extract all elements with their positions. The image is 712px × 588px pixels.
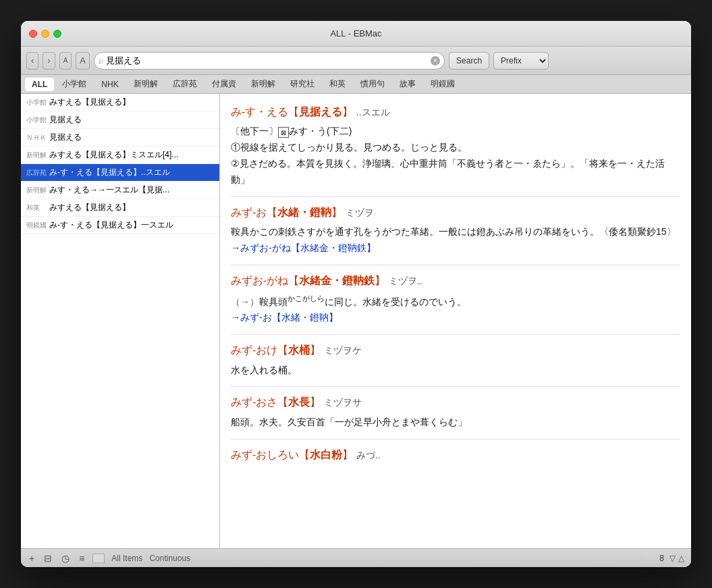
tab-attached[interactable]: 付属資 (205, 76, 243, 92)
toolbar: ‹ › A A ⌕ × Search Prefix Exact Suffix C… (21, 47, 691, 75)
nav-arrows: ▽ △ (669, 554, 684, 563)
nav-up-button[interactable]: △ (678, 554, 684, 563)
entry-title-highlight: 見据える (299, 106, 342, 117)
entry-2: みず-お【水緒・鐙靹】 ミヅヲ 鞍具かこの刺鉄さすがを通す孔をうがつた革緒。一般… (231, 200, 680, 265)
titlebar: ALL - EBMac (21, 21, 691, 47)
entry-body: 水を入れる桶。 (231, 363, 680, 379)
dictionary-content[interactable]: み-す・える【見据える】 ..スエル 〔他下一〕⊠みす・う(下二) ①視線を据え… (220, 94, 691, 548)
entry-title: みず-おけ【水桶】 ミヅヲケ (231, 343, 680, 358)
tab-kenkyusha[interactable]: 研究社 (283, 76, 321, 92)
entry-link[interactable]: →みずお-がね【水緒金・鐙靹鉄】 (231, 242, 376, 253)
list-item[interactable]: 小学館 みすえる【見据える】 (21, 94, 219, 111)
item-text: 見据える (49, 114, 214, 126)
search-button[interactable]: Search (449, 52, 489, 70)
item-text: みす・える→→一スエル【見据... (49, 184, 214, 196)
entry-title: みず-お【水緒・鐙靹】 ミヅヲ (231, 205, 680, 220)
item-source: ＮＨＫ (26, 133, 47, 142)
tab-waei[interactable]: 和英 (323, 76, 352, 92)
item-text: 見据える (49, 132, 214, 143)
item-source: 和英 (26, 203, 47, 213)
main-content: 小学館 みすえる【見据える】 小学館 見据える ＮＨＫ 見据える 新明解 みすえ… (21, 94, 691, 548)
search-mode-select[interactable]: Prefix Exact Suffix Contains (493, 52, 549, 70)
item-text: みすえる【見据える】 (49, 202, 214, 213)
entry-title-highlight: 水緒・鐙靹 (277, 207, 331, 218)
item-source: 新明解 (26, 151, 47, 160)
entry-reading: ミヅヲサ (324, 397, 362, 408)
entry-5: みず-おさ【水長】 ミヅヲサ 船頭。水夫。久安百首「一が足早小舟とまや葺くらむ」 (231, 390, 680, 439)
list-button[interactable]: ≡ (78, 552, 86, 565)
item-source: 広辞苑 (26, 168, 47, 178)
tab-kanyouku[interactable]: 慣用句 (354, 76, 391, 92)
item-text: みすえる【見据える】ミスエル[4]... (49, 149, 214, 161)
entry-title-highlight: 水白粉 (310, 449, 342, 460)
entry-title: みず-おさ【水長】 ミヅヲサ (231, 395, 680, 410)
tab-koji[interactable]: 故事 (393, 76, 422, 92)
entry-6: みず-おしろい【水白粉】 みづ.. (231, 442, 680, 475)
entry-reading: ミヅヲ.. (389, 275, 422, 286)
entry-body: 船頭。水夫。久安百首「一が足早小舟とまや葺くらむ」 (231, 415, 680, 431)
entry-link[interactable]: →みず-お【水緒・鐙靹】 (231, 312, 338, 323)
list-item[interactable]: 明鏡國 み-す・える【見据える】一スエル (21, 217, 219, 234)
list-item-selected[interactable]: 広辞苑 み-す・える【見据える】..スエル (21, 164, 219, 182)
tab-shinmeikai[interactable]: 新明解 (127, 76, 165, 92)
search-input[interactable] (106, 55, 431, 65)
app-window: ALL - EBMac ‹ › A A ⌕ × Search Prefix Ex… (21, 21, 691, 567)
entry-body: （→）鞍具頭かこがしらに同じ。水緒を受けるのでいう。 →みず-お【水緒・鐙靹】 (231, 292, 680, 326)
entry-1: み-す・える【見据える】 ..スエル 〔他下一〕⊠みす・う(下二) ①視線を据え… (231, 99, 680, 197)
entry-title-highlight: 水緒金・鐙靹鉄 (299, 275, 375, 286)
maximize-button[interactable] (53, 30, 61, 38)
traffic-lights (29, 30, 61, 38)
statusbar: + ⊟ ◷ ≡ All Items Continuous 8 ▽ △ (21, 548, 691, 567)
statusbar-right: 8 ▽ △ (659, 554, 684, 563)
list-item[interactable]: 新明解 みすえる【見据える】ミスエル[4]... (21, 146, 219, 164)
entry-4: みず-おけ【水桶】 ミヅヲケ 水を入れる桶。 (231, 338, 680, 387)
tab-shinmeikai2[interactable]: 新明解 (244, 76, 282, 92)
item-source: 小学館 (26, 98, 47, 107)
list-item[interactable]: 小学館 見据える (21, 111, 219, 129)
entry-3: みずお-がね【水緒金・鐙靹鉄】 ミヅヲ.. （→）鞍具頭かこがしらに同じ。水緒を… (231, 268, 680, 336)
close-button[interactable] (29, 30, 37, 38)
entry-body: 鞍具かこの刺鉄さすがを通す孔をうがつた革緒。一般には鐙あぶみ吊りの革緒をいう。〈… (231, 224, 680, 257)
item-text: み-す・える【見据える】一スエル (49, 219, 214, 231)
list-item[interactable]: 和英 みすえる【見据える】 (21, 199, 219, 217)
list-item[interactable]: ＮＨＫ 見据える (21, 129, 219, 146)
entry-title-highlight: 水長 (288, 396, 310, 408)
window-title: ALL - EBMac (330, 28, 381, 38)
list-item[interactable]: 新明解 みす・える→→一スエル【見据... (21, 182, 219, 199)
search-box: ⌕ × (94, 52, 445, 70)
entry-reading: ミヅヲ (346, 207, 374, 218)
tab-kojien[interactable]: 広辞苑 (166, 76, 204, 92)
special-char: ⊠ (278, 127, 289, 138)
page-number: 8 (659, 554, 664, 563)
item-source: 明鏡國 (26, 221, 47, 230)
entry-title: みずお-がね【水緒金・鐙靹鉄】 ミヅヲ.. (231, 273, 680, 288)
entry-reading: ..スエル (356, 107, 390, 117)
search-results-list[interactable]: 小学館 みすえる【見据える】 小学館 見据える ＮＨＫ 見据える 新明解 みすえ… (21, 94, 220, 548)
tab-meikokoku[interactable]: 明鏡國 (424, 76, 462, 92)
tab-all[interactable]: ALL (25, 78, 54, 91)
minimize-button[interactable] (41, 30, 49, 38)
item-source: 新明解 (26, 186, 47, 195)
tab-shogakukan[interactable]: 小学館 (55, 76, 93, 92)
font-decrease-button[interactable]: A (59, 52, 72, 70)
entry-reading: ミヅヲケ (324, 345, 362, 356)
font-increase-button[interactable]: A (76, 52, 90, 70)
entry-reading: みづ.. (356, 450, 381, 460)
history-button[interactable]: ◷ (60, 552, 71, 565)
item-source: 小学館 (26, 115, 47, 125)
entry-title: み-す・える【見据える】 ..スエル (231, 105, 680, 119)
bookmark-button[interactable]: ⊟ (43, 552, 53, 565)
entry-title: みず-おしろい【水白粉】 みづ.. (231, 448, 680, 462)
add-button[interactable]: + (28, 552, 36, 565)
category-tabs: ALL 小学館 NHK 新明解 広辞苑 付属資 新明解 研究社 和英 慣用句 故… (21, 75, 691, 94)
thumbnail-icon (92, 554, 105, 563)
item-text: み-す・える【見据える】..スエル (49, 167, 214, 178)
entry-title-highlight: 水桶 (288, 344, 310, 356)
tab-nhk[interactable]: NHK (94, 78, 125, 91)
back-button[interactable]: ‹ (26, 52, 38, 70)
nav-down-button[interactable]: ▽ (669, 554, 676, 563)
clear-button[interactable]: × (431, 56, 440, 65)
status-mode: Continuous (149, 554, 190, 563)
forward-button[interactable]: › (43, 52, 55, 70)
furigana: かこがしら (287, 294, 325, 302)
